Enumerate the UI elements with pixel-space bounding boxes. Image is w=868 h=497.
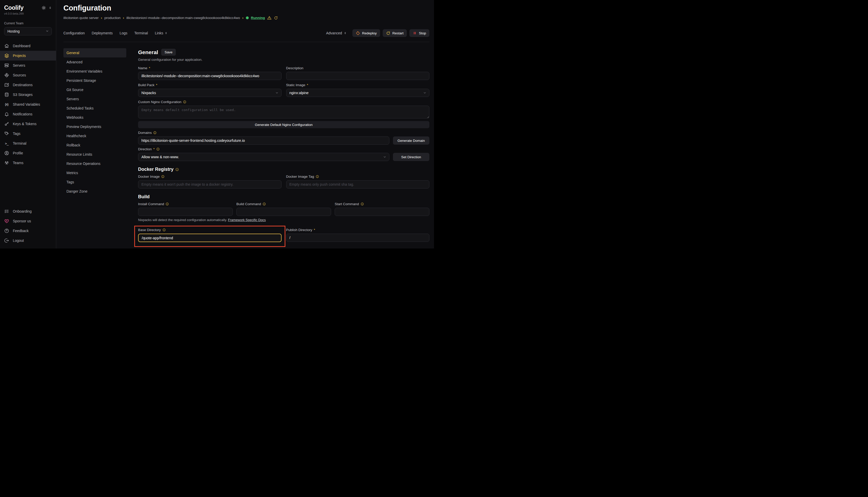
stop-button[interactable]: Stop — [409, 29, 429, 37]
subnav-item-tags[interactable]: Tags — [64, 178, 126, 187]
tab-deployments[interactable]: Deployments — [92, 31, 113, 35]
sidebar-item-keys-tokens[interactable]: Keys & Tokens — [0, 119, 56, 129]
info-icon[interactable] — [361, 202, 364, 206]
subnav-item-rollback[interactable]: Rollback — [64, 141, 126, 150]
subnav-item-resource-limits[interactable]: Resource Limits — [64, 150, 126, 159]
base-directory-input[interactable] — [138, 233, 281, 242]
info-icon[interactable] — [156, 147, 160, 151]
build-command-input[interactable] — [236, 208, 331, 216]
subnav-item-preview-deployments[interactable]: Preview Deployments — [64, 122, 126, 131]
name-input[interactable] — [138, 72, 281, 80]
sidebar-item-logout[interactable]: Logout — [0, 236, 56, 245]
direction-select[interactable]: Allow www & non-www. — [138, 153, 389, 161]
settings-subnav: General Advanced Environment Variables P… — [64, 42, 126, 248]
team-select[interactable]: Hosting — [4, 27, 52, 36]
tab-links[interactable]: Links — [155, 31, 168, 35]
sidebar-item-label: S3 Storages — [13, 93, 32, 97]
subnav-item-danger-zone[interactable]: Danger Zone — [64, 187, 126, 196]
generate-nginx-button[interactable]: Generate Default Nginx Configuration — [138, 121, 429, 128]
status-link[interactable]: Running — [251, 16, 265, 20]
tab-logs[interactable]: Logs — [120, 31, 127, 35]
subnav-item-metrics[interactable]: Metrics — [64, 168, 126, 178]
subnav-item-environment-variables[interactable]: Environment Variables — [64, 67, 126, 76]
info-icon[interactable] — [316, 175, 319, 178]
team-icon — [4, 160, 9, 166]
instance-switcher-unfold-icon[interactable] — [49, 6, 52, 10]
breadcrumb-project[interactable]: illicitonion quote server — [64, 16, 99, 20]
sidebar-item-projects[interactable]: Projects — [0, 51, 56, 60]
subnav-item-git-source[interactable]: Git Source — [64, 85, 126, 94]
build-pack-label: Build Pack — [138, 83, 154, 87]
sidebar-item-servers[interactable]: Servers — [0, 60, 56, 70]
docker-registry-heading: Docker Registry — [138, 167, 429, 172]
chevron-right-icon: › — [123, 16, 124, 20]
direction-value: Allow www & non-www. — [141, 155, 179, 159]
sidebar-item-sponsor-us[interactable]: Sponsor us — [0, 216, 56, 226]
static-image-select[interactable]: nginx:alpine — [286, 89, 430, 97]
subnav-item-resource-operations[interactable]: Resource Operations — [64, 159, 126, 168]
required-asterisk: * — [149, 66, 150, 70]
advanced-dropdown[interactable]: Advanced — [326, 31, 346, 35]
framework-docs-link[interactable]: Framework Specific Docs — [228, 218, 266, 222]
info-icon[interactable] — [175, 168, 179, 171]
sidebar-nav: Dashboard Projects Servers Sources Desti… — [0, 41, 56, 168]
sidebar-item-label: Dashboard — [13, 44, 30, 48]
custom-nginx-textarea[interactable] — [138, 106, 429, 118]
tab-terminal[interactable]: Terminal — [134, 31, 148, 35]
info-icon[interactable] — [263, 202, 266, 206]
sidebar-item-terminal[interactable]: >_ Terminal — [0, 139, 56, 148]
sidebar-item-label: Servers — [13, 63, 25, 68]
subnav-item-general[interactable]: General — [64, 48, 126, 57]
subnav-item-healthcheck[interactable]: Healthcheck — [64, 131, 126, 141]
install-command-field-group: Install Command — [138, 202, 233, 216]
theme-toggle-sun-icon[interactable] — [41, 5, 46, 10]
checklist-icon — [4, 209, 9, 214]
tag-icon — [4, 131, 9, 136]
sidebar-item-tags[interactable]: Tags — [0, 129, 56, 139]
description-input[interactable] — [286, 72, 430, 80]
server-icon — [4, 63, 9, 68]
info-icon[interactable] — [163, 228, 166, 231]
redeploy-button[interactable]: Redeploy — [353, 29, 380, 37]
breadcrumb-environment[interactable]: production — [105, 16, 121, 20]
info-icon[interactable] — [183, 100, 186, 104]
info-icon[interactable] — [161, 175, 165, 178]
publish-directory-input[interactable] — [286, 233, 430, 242]
publish-directory-label: Publish Directory — [286, 228, 312, 232]
sidebar-item-destinations[interactable]: Destinations — [0, 80, 56, 90]
subnav-item-scheduled-tasks[interactable]: Scheduled Tasks — [64, 104, 126, 113]
subnav-item-persistent-storage[interactable]: Persistent Storage — [64, 76, 126, 85]
subnav-item-advanced[interactable]: Advanced — [64, 57, 126, 67]
sidebar-item-label: Sources — [13, 73, 26, 77]
start-command-input[interactable] — [335, 208, 429, 216]
refresh-icon[interactable] — [274, 16, 278, 20]
install-command-input[interactable] — [138, 208, 233, 216]
sidebar-item-teams[interactable]: Teams — [0, 158, 56, 168]
domains-input[interactable] — [138, 137, 389, 145]
sidebar-item-dashboard[interactable]: Dashboard — [0, 41, 56, 51]
sidebar-item-feedback[interactable]: Feedback — [0, 226, 56, 236]
sidebar-item-notifications[interactable]: Notifications — [0, 109, 56, 119]
subnav-item-servers[interactable]: Servers — [64, 94, 126, 104]
breadcrumb-resource[interactable]: illicitestonion/-module--decomposition:m… — [126, 16, 240, 20]
docker-image-input[interactable] — [138, 180, 281, 188]
sidebar-item-s3-storages[interactable]: S3 Storages — [0, 90, 56, 100]
save-button[interactable]: Save — [161, 49, 176, 56]
subnav-item-webhooks[interactable]: Webhooks — [64, 113, 126, 122]
info-icon[interactable] — [153, 131, 156, 134]
sidebar-item-label: Profile — [13, 151, 23, 155]
docker-image-tag-input[interactable] — [286, 180, 430, 188]
generate-domain-button[interactable]: Generate Domain — [393, 137, 429, 145]
sidebar-item-shared-variables[interactable]: (x) Shared Variables — [0, 100, 56, 109]
set-direction-button[interactable]: Set Direction — [393, 153, 429, 161]
info-icon[interactable] — [166, 202, 169, 206]
sidebar-item-onboarding[interactable]: Onboarding — [0, 207, 56, 216]
tab-configuration[interactable]: Configuration — [64, 31, 85, 35]
section-description: General configuration for your applicati… — [138, 58, 429, 61]
sidebar-item-sources[interactable]: Sources — [0, 70, 56, 80]
sidebar-item-profile[interactable]: Profile — [0, 148, 56, 158]
restart-button[interactable]: Restart — [383, 29, 407, 37]
unfold-icon — [165, 31, 168, 34]
warning-icon[interactable] — [267, 16, 272, 20]
build-pack-select[interactable]: Nixpacks — [138, 89, 281, 97]
